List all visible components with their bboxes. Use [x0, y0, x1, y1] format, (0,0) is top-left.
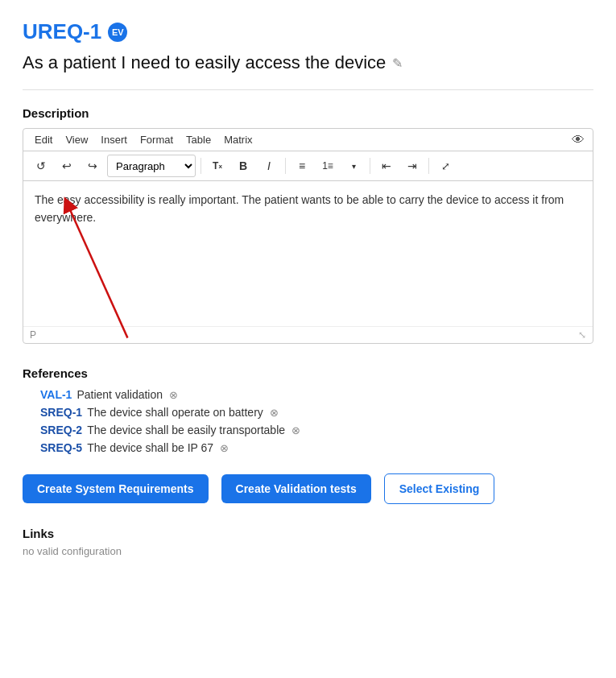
ev-badge: EV: [108, 23, 127, 42]
ref-text-val1: Patient validation: [76, 388, 163, 401]
editor-footer: P ⤡: [23, 326, 593, 343]
toolbar-sep-2: [285, 158, 286, 174]
toolbar-indent-btn[interactable]: ⇥: [401, 155, 424, 177]
ref-link-sreq1[interactable]: SREQ-1: [40, 406, 82, 419]
page-title: As a patient I need to easily access the…: [23, 52, 386, 73]
references-title: References: [23, 366, 593, 380]
menu-matrix[interactable]: Matrix: [219, 132, 257, 147]
ref-item-val1: VAL-1 Patient validation ⊗: [40, 388, 593, 401]
divider: [23, 89, 593, 90]
action-buttons-row: Create System Requirements Create Valida…: [23, 473, 593, 504]
editor-toolbar: ↺ ↩ ↪ Paragraph Heading 1 Heading 2 Tx B…: [23, 151, 593, 181]
references-list: VAL-1 Patient validation ⊗ SREQ-1 The de…: [23, 388, 593, 454]
toolbar-italic-btn[interactable]: I: [258, 155, 280, 177]
select-existing-button[interactable]: Select Existing: [384, 473, 495, 504]
menu-insert[interactable]: Insert: [96, 132, 132, 147]
ref-text-sreq2: The device shall be easily transportable: [87, 424, 285, 436]
menu-format[interactable]: Format: [135, 132, 178, 147]
toolbar-ordered-btn[interactable]: 1≡: [316, 155, 339, 177]
p-indicator: P: [30, 329, 36, 341]
links-no-config: no valid configuration: [23, 545, 593, 557]
menu-view[interactable]: View: [60, 132, 93, 147]
toolbar-sep-1: [201, 158, 201, 174]
page-id: UREQ-1: [23, 19, 101, 44]
ref-link-val1[interactable]: VAL-1: [40, 388, 72, 401]
menu-table[interactable]: Table: [181, 132, 216, 147]
create-validation-tests-button[interactable]: Create Validation tests: [221, 474, 371, 503]
description-title: Description: [23, 106, 593, 120]
toolbar-bold-btn[interactable]: B: [232, 155, 254, 177]
ref-unlink-val1[interactable]: ⊗: [169, 389, 178, 401]
editor-menubar: Edit View Insert Format Table Matrix 👁: [23, 129, 593, 151]
toolbar-redo-btn[interactable]: ↪: [81, 155, 104, 177]
resize-handle[interactable]: ⤡: [578, 329, 586, 341]
editor-container: Edit View Insert Format Table Matrix 👁 ↺…: [23, 128, 593, 344]
toolbar-reset-btn[interactable]: ↺: [30, 155, 52, 177]
ref-link-sreq2[interactable]: SREQ-2: [40, 424, 82, 436]
edit-title-icon[interactable]: ✎: [392, 56, 403, 71]
toolbar-outdent-btn[interactable]: ⇤: [375, 155, 398, 177]
ref-link-sreq5[interactable]: SREQ-5: [40, 441, 82, 454]
toolbar-fullscreen-btn[interactable]: ⤢: [434, 155, 457, 177]
paragraph-select[interactable]: Paragraph Heading 1 Heading 2: [107, 155, 196, 177]
toolbar-clear-fmt-btn[interactable]: Tx: [206, 155, 229, 177]
links-section: Links no valid configuration: [23, 527, 593, 557]
editor-body-wrapper: The easy accessibility is really importa…: [23, 181, 593, 326]
description-section: Description Edit View Insert Format Tabl…: [23, 106, 593, 344]
ref-unlink-sreq2[interactable]: ⊗: [291, 424, 300, 436]
ref-item-sreq5: SREQ-5 The device shall be IP 67 ⊗: [40, 441, 593, 454]
editor-body[interactable]: The easy accessibility is really importa…: [23, 181, 593, 326]
ref-text-sreq5: The device shall be IP 67: [87, 441, 213, 454]
toolbar-bullet-btn[interactable]: ≡: [291, 155, 313, 177]
ref-item-sreq1: SREQ-1 The device shall operate on batte…: [40, 406, 593, 419]
toolbar-chevron-down-icon[interactable]: ▾: [342, 155, 365, 177]
eye-icon[interactable]: 👁: [572, 133, 585, 147]
links-title: Links: [23, 527, 593, 540]
create-system-requirements-button[interactable]: Create System Requirements: [23, 474, 209, 503]
menu-edit[interactable]: Edit: [30, 132, 57, 147]
ref-text-sreq1: The device shall operate on battery: [87, 406, 263, 419]
ref-item-sreq2: SREQ-2 The device shall be easily transp…: [40, 424, 593, 436]
toolbar-undo-btn[interactable]: ↩: [56, 155, 78, 177]
toolbar-sep-4: [428, 158, 429, 174]
toolbar-sep-3: [370, 158, 370, 174]
references-section: References VAL-1 Patient validation ⊗ SR…: [23, 366, 593, 454]
ref-unlink-sreq1[interactable]: ⊗: [270, 407, 279, 419]
ref-unlink-sreq5[interactable]: ⊗: [220, 442, 229, 454]
